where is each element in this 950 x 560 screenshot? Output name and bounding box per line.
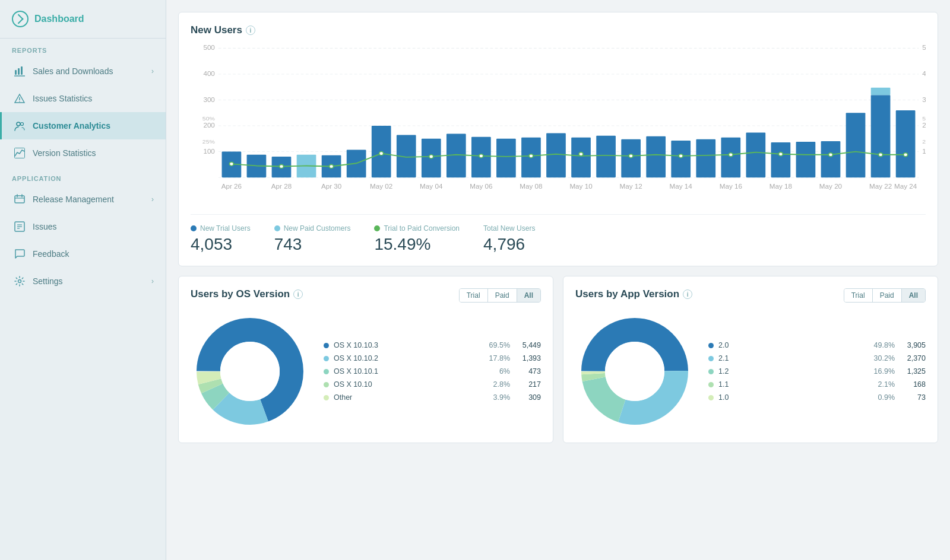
svg-point-86 [379, 152, 384, 155]
svg-text:May 22: May 22 [869, 183, 892, 189]
os-paid-btn[interactable]: Paid [488, 289, 517, 302]
os-legend-item-0: OS X 10.10.3 69.5% 5,449 [324, 339, 541, 352]
svg-text:May 12: May 12 [619, 183, 642, 189]
sidebar-item-release-management[interactable]: Release Management › [0, 186, 166, 213]
os-dot-0 [324, 343, 329, 348]
svg-text:May 06: May 06 [470, 183, 492, 189]
sidebar-item-label: Customer Analytics [33, 121, 110, 131]
sidebar-item-version-statistics[interactable]: Version Statistics [0, 139, 166, 167]
svg-point-109 [605, 342, 664, 401]
svg-rect-54 [696, 139, 715, 177]
sidebar-logo[interactable]: Dashboard [0, 0, 166, 39]
legend-total: Total New Users 4,796 [483, 224, 535, 254]
sidebar-item-customer-analytics[interactable]: Customer Analytics [0, 112, 166, 139]
app-legend-item-4: 1.0 0.9% 73 [708, 391, 926, 404]
sidebar-item-label: Settings [33, 276, 63, 286]
svg-point-7 [17, 122, 20, 126]
app-dot-0 [708, 343, 714, 348]
svg-point-92 [679, 154, 683, 158]
paid-value: 743 [274, 235, 351, 254]
svg-text:300: 300 [922, 96, 926, 103]
svg-text:May 18: May 18 [770, 183, 792, 189]
svg-rect-52 [646, 136, 666, 177]
svg-point-93 [729, 153, 733, 157]
chevron-right-icon: › [151, 67, 154, 75]
sidebar-item-label: Issues [33, 222, 56, 231]
app-paid-btn[interactable]: Paid [873, 289, 902, 302]
app-card-header: Users by App Version i Trial Paid All [575, 288, 926, 303]
svg-text:100: 100 [203, 148, 214, 154]
app-dot-2 [708, 369, 714, 374]
app-btn-group: Trial Paid All [844, 288, 926, 303]
svg-text:100: 100 [922, 148, 926, 154]
app-donut-chart [575, 312, 694, 431]
settings-icon [14, 275, 26, 287]
svg-text:400: 400 [203, 71, 214, 77]
bottom-row: Users by OS Version i Trial Paid All [178, 276, 938, 443]
main-content: New Users i 500 400 300 200 100 500 4 [166, 0, 950, 560]
svg-rect-56 [746, 132, 766, 177]
svg-text:Apr 26: Apr 26 [221, 183, 242, 189]
sidebar-item-issues[interactable]: Issues [0, 213, 166, 240]
svg-text:50%: 50% [202, 115, 215, 121]
dashboard-icon [12, 11, 28, 27]
sidebar-item-label: Issues Statistics [33, 94, 92, 103]
app-version-card: Users by App Version i Trial Paid All [563, 276, 938, 443]
svg-text:300: 300 [203, 96, 214, 103]
os-card-header: Users by OS Version i Trial Paid All [191, 288, 541, 303]
os-all-btn[interactable]: All [517, 289, 540, 302]
legend-dot-trial [191, 225, 197, 231]
svg-text:50%: 50% [922, 115, 926, 121]
os-dot-4 [324, 395, 329, 400]
svg-rect-60 [846, 113, 866, 177]
info-icon[interactable]: i [246, 26, 255, 35]
svg-point-97 [904, 153, 908, 157]
sidebar-item-feedback[interactable]: Feedback [0, 240, 166, 268]
chart-legend: New Trial Users 4,053 New Paid Customers… [191, 214, 926, 254]
os-dot-2 [324, 369, 329, 374]
svg-text:May 20: May 20 [819, 183, 842, 189]
sidebar-item-issues-statistics[interactable]: Issues Statistics [0, 85, 166, 112]
app-dot-3 [708, 382, 714, 387]
svg-rect-46 [496, 139, 516, 177]
os-legend-item-1: OS X 10.10.2 17.8% 1,393 [324, 352, 541, 365]
issues-icon [14, 221, 26, 233]
svg-rect-51 [621, 139, 641, 177]
triangle-icon [14, 93, 26, 104]
sidebar-item-settings[interactable]: Settings › [0, 268, 166, 295]
svg-text:200: 200 [922, 122, 926, 129]
app-legend-item-1: 2.1 30.2% 2,370 [708, 352, 926, 365]
svg-rect-1 [18, 68, 20, 75]
os-dot-3 [324, 382, 329, 387]
bar-chart: 500 400 300 200 100 500 400 300 200 100 [191, 42, 926, 208]
svg-text:Apr 30: Apr 30 [321, 183, 341, 189]
app-all-btn[interactable]: All [902, 289, 925, 302]
bar-chart-icon [14, 65, 26, 77]
total-value: 4,796 [483, 235, 535, 254]
sidebar-item-sales-downloads[interactable]: Sales and Downloads › [0, 58, 166, 85]
app-donut-row: 2.0 49.8% 3,905 2.1 30.2% 2,370 1.2 16.9… [575, 312, 926, 431]
app-title: Dashboard [34, 14, 84, 24]
info-icon-os[interactable]: i [293, 289, 303, 299]
os-trial-btn[interactable]: Trial [460, 289, 488, 302]
app-trial-btn[interactable]: Trial [844, 289, 873, 302]
os-btn-group: Trial Paid All [459, 288, 541, 303]
version-stats-icon [14, 147, 26, 159]
os-donut-row: OS X 10.10.3 69.5% 5,449 OS X 10.10.2 17… [191, 312, 541, 431]
os-dot-1 [324, 356, 329, 361]
legend-new-paid: New Paid Customers 743 [274, 224, 351, 254]
app-legend-item-0: 2.0 49.8% 3,905 [708, 339, 926, 352]
svg-text:May 10: May 10 [569, 183, 592, 189]
legend-new-trial: New Trial Users 4,053 [191, 224, 251, 254]
svg-text:May 02: May 02 [370, 183, 392, 189]
sidebar-item-label: Version Statistics [33, 148, 96, 158]
info-icon-app[interactable]: i [683, 289, 692, 299]
svg-rect-48 [546, 133, 566, 177]
svg-point-88 [479, 154, 483, 158]
svg-rect-62 [871, 88, 891, 95]
sidebar-item-label: Release Management [33, 195, 114, 204]
app-dot-1 [708, 356, 714, 361]
svg-rect-2 [21, 66, 23, 75]
svg-rect-55 [721, 138, 740, 177]
svg-text:May 16: May 16 [720, 183, 742, 189]
